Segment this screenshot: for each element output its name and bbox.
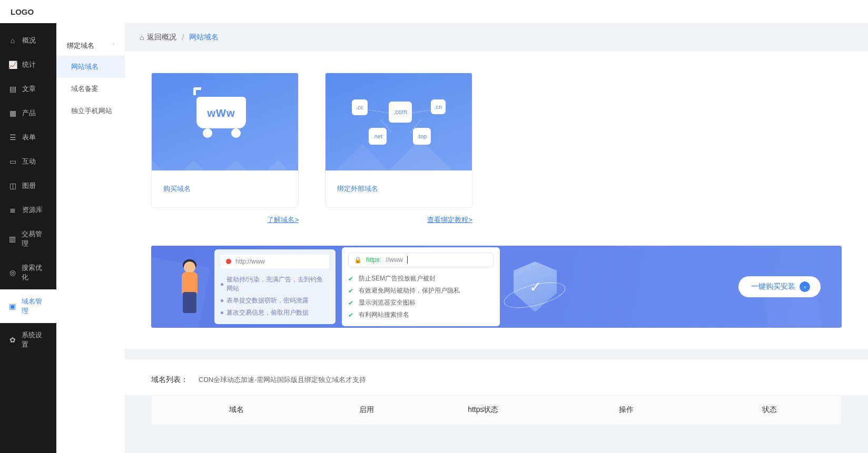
th-action: 操作: [555, 396, 698, 424]
th-https: https状态: [411, 396, 555, 424]
home-icon: ⌂: [8, 36, 17, 45]
chevron-up-icon: ˆ: [113, 43, 114, 49]
tld-top-icon: .top: [413, 128, 431, 145]
nav-label: 图册: [22, 181, 36, 190]
subnav-mobile-site[interactable]: 独立手机网站: [56, 100, 125, 122]
nav-product[interactable]: ▦产品: [0, 101, 56, 125]
nav-gallery[interactable]: ◫图册: [0, 174, 56, 198]
chat-icon: ▭: [8, 157, 17, 166]
nav-form[interactable]: ☰表单: [0, 125, 56, 149]
breadcrumb-back[interactable]: ⌂ 返回概况: [140, 33, 176, 42]
domain-list-note: CDN全球动态加速-需网站国际版且绑定独立域名才支持: [199, 375, 367, 385]
link-bind-tutorial[interactable]: 查看绑定教程>: [427, 216, 472, 224]
tld-com-icon: .com: [389, 102, 412, 123]
cart-icon: wWw: [196, 97, 249, 128]
tld-net-icon: .net: [369, 128, 387, 145]
tld-cc-icon: .cc: [352, 99, 368, 115]
form-icon: ☰: [8, 133, 17, 142]
sidebar-sub: 绑定域名 ˆ 网站域名 域名备案 独立手机网站: [56, 23, 125, 453]
nav-resource[interactable]: ≣资源库: [0, 198, 56, 222]
nav-label: 域名管理: [22, 297, 48, 316]
card-buy-domain[interactable]: wWw 购买域名: [151, 73, 299, 208]
domain-table: 域名 启用 https状态 操作 状态: [151, 395, 842, 425]
nav-settings[interactable]: ✿系统设置: [0, 323, 56, 357]
nav-interact[interactable]: ▭互动: [0, 149, 56, 174]
breadcrumb-back-label: 返回概况: [147, 33, 176, 42]
trade-icon: ▥: [8, 235, 16, 243]
nav-label: 交易管理: [22, 229, 48, 248]
nav-label: 概况: [22, 36, 36, 45]
seo-icon: ◎: [8, 268, 16, 277]
breadcrumb: ⌂ 返回概况 / 网站域名: [125, 23, 868, 52]
person-illustration-icon: [172, 257, 204, 315]
subnav-domain-record[interactable]: 域名备案: [56, 78, 125, 100]
shield-icon: ✓: [506, 255, 564, 318]
domain-icon: ▣: [8, 302, 16, 310]
nav-article[interactable]: ▤文章: [0, 77, 56, 101]
breadcrumb-sep: /: [182, 33, 184, 42]
db-icon: ≣: [8, 206, 17, 214]
th-enable: 启用: [321, 396, 411, 424]
nav-overview[interactable]: ⌂概况: [0, 28, 56, 53]
cart-text: wWw: [196, 107, 246, 119]
nav-label: 互动: [22, 157, 36, 166]
th-domain: 域名: [152, 396, 321, 424]
logo: LOGO: [11, 7, 34, 16]
nav-seo[interactable]: ◎搜索优化: [0, 256, 56, 289]
nav-label: 系统设置: [22, 330, 48, 349]
breadcrumb-current: 网站域名: [189, 33, 219, 42]
nav-trade[interactable]: ▥交易管理: [0, 222, 56, 256]
card-buy-title: 购买域名: [152, 170, 298, 207]
doc-icon: ▤: [8, 85, 17, 93]
sidebar-main: ⌂概况 📈统计 ▤文章 ▦产品 ☰表单 ▭互动 ◫图册 ≣资源库 ▥交易管理 ◎…: [0, 23, 56, 453]
subnav-header[interactable]: 绑定域名 ˆ: [56, 36, 125, 56]
subnav-site-domain[interactable]: 网站域名: [56, 56, 125, 78]
gear-icon: ✿: [8, 336, 16, 344]
https-banner: http://www 被劫持/污染，充满广告，去到钓鱼网站表单提交数据窃听，密码…: [151, 246, 842, 328]
th-status: 状态: [698, 396, 841, 424]
card-bind-domain[interactable]: .cc .com .cn .net .top 绑定外部域名: [325, 73, 472, 208]
tld-cn-icon: .cn: [431, 99, 446, 114]
card-bind-title: 绑定外部域名: [326, 170, 472, 207]
nav-label: 搜索优化: [22, 263, 48, 282]
nav-stats[interactable]: 📈统计: [0, 53, 56, 77]
subnav-header-label: 绑定域名: [67, 41, 94, 51]
gallery-icon: ◫: [8, 182, 17, 190]
nav-domain[interactable]: ▣域名管理: [0, 289, 56, 323]
home-icon: ⌂: [140, 33, 144, 42]
stats-icon: 📈: [8, 61, 17, 69]
link-learn-domain[interactable]: 了解域名>: [267, 216, 299, 224]
nav-label: 产品: [22, 108, 36, 118]
grid-icon: ▦: [8, 109, 17, 117]
nav-label: 统计: [22, 60, 36, 69]
nav-label: 文章: [22, 84, 36, 94]
nav-label: 资源库: [22, 205, 43, 215]
nav-label: 表单: [22, 133, 36, 142]
domain-list-label: 域名列表：: [151, 375, 188, 385]
